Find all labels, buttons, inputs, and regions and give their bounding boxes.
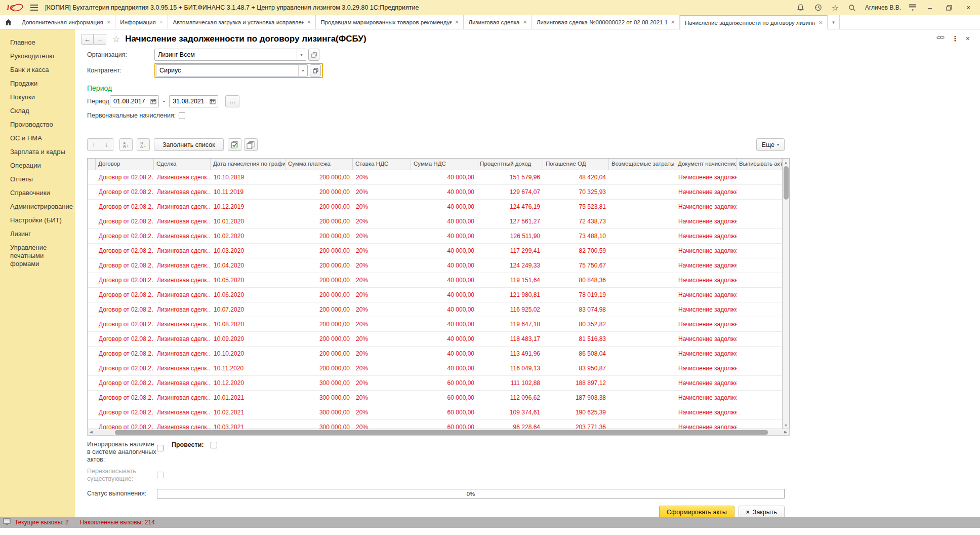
cell-payment[interactable]: 300 000,00 xyxy=(285,376,353,390)
restore-button[interactable] xyxy=(944,3,955,13)
row-select[interactable] xyxy=(88,361,96,375)
period-options-button[interactable]: … xyxy=(225,95,239,107)
cell-document[interactable]: Начисление задолже… xyxy=(675,200,737,214)
cell-interest[interactable]: 96 228,64 xyxy=(477,420,543,429)
cell-deal[interactable]: Лизинговая сделк… xyxy=(154,229,211,243)
column-header-10[interactable]: Документ начисление xyxy=(675,159,737,170)
cell-vat-sum[interactable]: 60 000,00 xyxy=(411,376,477,390)
cell-vat-sum[interactable]: 40 000,00 xyxy=(411,229,477,243)
cell-deal[interactable]: Лизинговая сделк… xyxy=(154,317,211,331)
cell-act[interactable] xyxy=(737,170,782,184)
column-header-4[interactable]: Сумма платежа xyxy=(285,159,353,170)
table-row[interactable]: Договор от 02.08.2…Лизинговая сделк…10.0… xyxy=(88,229,782,244)
cell-vat-sum[interactable]: 40 000,00 xyxy=(411,273,477,287)
cell-contract[interactable]: Договор от 02.08.2… xyxy=(96,361,154,375)
cell-payment[interactable]: 200 000,00 xyxy=(285,214,353,228)
cell-vat-sum[interactable]: 40 000,00 xyxy=(411,288,477,302)
cell-act[interactable] xyxy=(737,244,782,258)
calendar-icon[interactable] xyxy=(208,96,218,107)
organization-input[interactable]: Лизинг Всем ▾ xyxy=(154,49,306,61)
cell-contract[interactable]: Договор от 02.08.2… xyxy=(96,420,154,429)
cell-reimbursed[interactable] xyxy=(609,420,675,429)
column-header-1[interactable]: Договор xyxy=(96,159,154,170)
cell-vat-rate[interactable]: 20% xyxy=(353,317,411,331)
table-row[interactable]: Договор от 02.08.2…Лизинговая сделк…10.1… xyxy=(88,361,782,376)
cell-principal[interactable]: 187 903,38 xyxy=(543,391,609,405)
cell-principal[interactable]: 190 625,39 xyxy=(543,405,609,419)
tab-close-icon[interactable]: × xyxy=(107,20,111,25)
cell-date[interactable]: 10.03.2021 xyxy=(211,420,285,429)
column-header-3[interactable]: Дата начисления по графику xyxy=(211,159,285,170)
row-select[interactable] xyxy=(88,391,96,405)
cell-deal[interactable]: Лизинговая сделк… xyxy=(154,170,211,184)
get-link-icon[interactable] xyxy=(936,34,945,43)
cell-date[interactable]: 10.08.2020 xyxy=(211,317,285,331)
cell-vat-rate[interactable]: 20% xyxy=(353,200,411,214)
cell-document[interactable]: Начисление задолже… xyxy=(675,361,737,375)
minimize-button[interactable]: – xyxy=(924,3,935,13)
horizontal-scrollbar[interactable]: ◀ ▶ xyxy=(87,429,790,436)
cell-reimbursed[interactable] xyxy=(609,214,675,228)
scroll-up-icon[interactable]: ▲ xyxy=(783,159,789,166)
cell-interest[interactable]: 118 483,17 xyxy=(477,332,543,346)
sidebar-item-0[interactable]: Главное xyxy=(10,35,72,49)
cell-act[interactable] xyxy=(737,229,782,243)
tab-4[interactable]: Лизинговая сделка× xyxy=(464,15,532,29)
cell-vat-rate[interactable]: 20% xyxy=(353,391,411,405)
cell-act[interactable] xyxy=(737,332,782,346)
column-header-8[interactable]: Погашение ОД xyxy=(543,159,609,170)
cell-vat-sum[interactable]: 40 000,00 xyxy=(411,244,477,258)
cell-contract[interactable]: Договор от 02.08.2… xyxy=(96,214,154,228)
sidebar-item-2[interactable]: Банк и касса xyxy=(10,63,72,77)
cell-vat-sum[interactable]: 40 000,00 xyxy=(411,170,477,184)
row-select[interactable] xyxy=(88,214,96,228)
cell-vat-rate[interactable]: 20% xyxy=(353,273,411,287)
cell-payment[interactable]: 200 000,00 xyxy=(285,258,353,273)
vertical-scrollbar[interactable]: ▲ ▼ xyxy=(782,159,789,429)
hamburger-menu-icon[interactable] xyxy=(30,5,38,11)
tab-0[interactable]: Дополнительная информация× xyxy=(17,15,115,29)
cell-vat-rate[interactable]: 20% xyxy=(353,229,411,243)
cell-date[interactable]: 10.07.2020 xyxy=(211,302,285,317)
column-header-5[interactable]: Ставка НДС xyxy=(353,159,411,170)
cell-date[interactable]: 10.11.2019 xyxy=(211,185,285,199)
tab-3[interactable]: Продавцам маркированных товаров рекоменд… xyxy=(316,15,464,29)
cell-act[interactable] xyxy=(737,420,782,429)
row-select[interactable] xyxy=(88,317,96,331)
cell-deal[interactable]: Лизинговая сделк… xyxy=(154,273,211,287)
cell-deal[interactable]: Лизинговая сделк… xyxy=(154,347,211,361)
cell-contract[interactable]: Договор от 02.08.2… xyxy=(96,229,154,243)
table-row[interactable]: Договор от 02.08.2…Лизинговая сделк…10.0… xyxy=(88,405,782,420)
sidebar-item-1[interactable]: Руководителю xyxy=(10,49,72,63)
cell-principal[interactable]: 75 750,67 xyxy=(543,258,609,273)
tab-6[interactable]: Начисление задолженности по договору лиз… xyxy=(680,15,828,29)
cell-principal[interactable]: 73 488,10 xyxy=(543,229,609,243)
cell-act[interactable] xyxy=(737,317,782,331)
cell-date[interactable]: 10.05.2020 xyxy=(211,273,285,287)
sidebar-item-9[interactable]: Операции xyxy=(10,159,72,172)
table-row[interactable]: Договор от 02.08.2…Лизинговая сделк…10.0… xyxy=(88,420,782,429)
sidebar-item-7[interactable]: ОС и НМА xyxy=(10,131,72,145)
sidebar-item-3[interactable]: Продажи xyxy=(10,77,72,90)
cell-date[interactable]: 10.10.2020 xyxy=(211,347,285,361)
cell-document[interactable]: Начисление задолже… xyxy=(675,185,737,199)
table-row[interactable]: Договор от 02.08.2…Лизинговая сделк…10.0… xyxy=(88,302,782,317)
cell-date[interactable]: 10.02.2020 xyxy=(211,229,285,243)
cell-reimbursed[interactable] xyxy=(609,288,675,302)
cell-act[interactable] xyxy=(737,361,782,375)
row-select[interactable] xyxy=(88,302,96,317)
cell-act[interactable] xyxy=(737,347,782,361)
table-row[interactable]: Договор от 02.08.2…Лизинговая сделк…10.0… xyxy=(88,273,782,288)
cell-principal[interactable]: 78 019,19 xyxy=(543,288,609,302)
cell-document[interactable]: Начисление задолже… xyxy=(675,273,737,287)
tab-close-icon[interactable]: × xyxy=(307,20,311,25)
cell-date[interactable]: 10.09.2020 xyxy=(211,332,285,346)
tab-1[interactable]: Информация× xyxy=(115,15,168,29)
row-select[interactable] xyxy=(88,273,96,287)
favorite-star-icon[interactable]: ☆ xyxy=(112,34,120,45)
cell-interest[interactable]: 124 249,33 xyxy=(477,258,543,273)
cell-contract[interactable]: Договор от 02.08.2… xyxy=(96,317,154,331)
tab-close-icon[interactable]: × xyxy=(819,20,823,25)
cell-reimbursed[interactable] xyxy=(609,302,675,317)
cell-deal[interactable]: Лизинговая сделк… xyxy=(154,302,211,317)
